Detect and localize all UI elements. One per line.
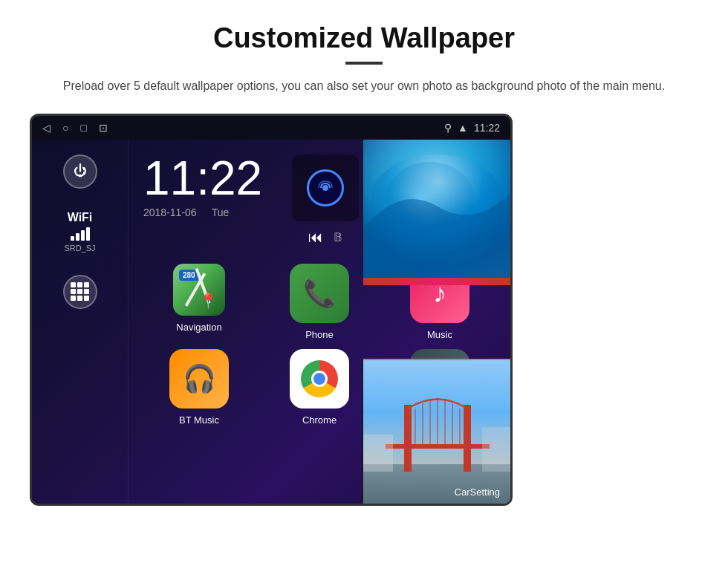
bridge-svg (363, 360, 512, 505)
clock-date-value: 2018-11-06 (143, 206, 197, 218)
wifi-bar-4 (86, 227, 90, 241)
home-screen: ⏻ WiFi SRD_SJ (32, 140, 510, 504)
main-content: ◁ ○ □ ⊡ ⚲ ▲ 11:22 ⏻ (30, 114, 698, 506)
screenshot-nav-icon[interactable]: ⊡ (99, 122, 108, 134)
page-wrapper: Customized Wallpaper Preload over 5 defa… (0, 0, 728, 521)
recent-nav-icon[interactable]: □ (80, 122, 86, 134)
wifi-bars (64, 227, 95, 241)
wallpaper-divider (362, 278, 510, 285)
chrome-label: Chrome (302, 414, 337, 426)
home-nav-icon[interactable]: ○ (62, 122, 68, 134)
svg-point-0 (322, 185, 328, 191)
music-label: Music (427, 329, 452, 340)
title-underline (345, 62, 383, 65)
svg-rect-10 (464, 405, 471, 472)
app-item-phone[interactable]: 📞 Phone (264, 264, 375, 340)
radio-icon (307, 169, 344, 206)
chrome-icon (290, 349, 349, 409)
navigation-label: Navigation (176, 322, 221, 333)
page-subtitle: Preload over 5 default wallpaper options… (59, 77, 669, 96)
clock-day-value: Tue (212, 206, 230, 218)
apps-button[interactable] (63, 275, 97, 309)
map-pin-icon: 📍 (199, 292, 218, 310)
clock-display: 11:22 2018-11-06 Tue (143, 154, 262, 218)
headphone-icon: 🎧 (183, 363, 216, 394)
clock-date: 2018-11-06 Tue (143, 206, 262, 218)
prev-track-button[interactable]: ⏮ (308, 229, 323, 246)
wifi-status-icon: ▲ (458, 122, 468, 134)
device-mockup: ◁ ○ □ ⊡ ⚲ ▲ 11:22 ⏻ (30, 114, 513, 506)
wifi-ssid: SRD_SJ (64, 244, 95, 253)
media-controls: ⏮ 𝔹 (292, 154, 359, 246)
radio-waves-svg (315, 178, 336, 198)
media-buttons: ⏮ 𝔹 (308, 229, 342, 246)
wallpaper-preview-top (362, 140, 510, 281)
grid-icon (71, 282, 89, 301)
wifi-bar-3 (81, 230, 85, 241)
wifi-info: WiFi SRD_SJ (64, 211, 95, 253)
clock-time: 11:22 (143, 154, 262, 202)
navigation-icon: 280 📍 (173, 264, 225, 316)
app-item-navigation[interactable]: 280 📍 Navigation (143, 264, 255, 340)
wifi-label: WiFi (64, 211, 95, 224)
back-nav-icon[interactable]: ◁ (42, 122, 51, 134)
app-item-chrome[interactable]: Chrome (264, 349, 375, 426)
status-bar: ◁ ○ □ ⊡ ⚲ ▲ 11:22 (32, 116, 510, 140)
wallpaper-preview-bottom: CarSetting (362, 359, 510, 504)
page-title: Customized Wallpaper (30, 22, 698, 54)
power-icon: ⏻ (74, 163, 87, 179)
phone-label: Phone (305, 329, 334, 340)
chrome-center (311, 371, 328, 387)
ice-cave-svg (363, 140, 512, 281)
power-button[interactable]: ⏻ (63, 154, 97, 189)
left-sidebar: ⏻ WiFi SRD_SJ (32, 140, 129, 504)
svg-rect-20 (482, 427, 512, 472)
media-icon-box (292, 154, 359, 221)
status-time: 11:22 (474, 122, 500, 134)
svg-rect-9 (404, 405, 412, 472)
wifi-bar-2 (76, 233, 79, 241)
location-icon: ⚲ (444, 122, 452, 134)
status-bar-right: ⚲ ▲ 11:22 (444, 122, 500, 134)
bt-music-label: BT Music (179, 414, 219, 426)
carsetting-label: CarSetting (455, 486, 500, 498)
chrome-ring (301, 360, 338, 397)
app-item-bt-music[interactable]: 🎧 BT Music (143, 349, 255, 426)
status-bar-left: ◁ ○ □ ⊡ (42, 122, 108, 134)
svg-rect-18 (386, 444, 490, 449)
wifi-bar-1 (71, 236, 74, 241)
svg-rect-19 (363, 435, 393, 472)
bt-music-icon: 🎧 (169, 349, 229, 409)
phone-icon: 📞 (290, 264, 349, 323)
bluetooth-indicator: 𝔹 (334, 230, 342, 244)
